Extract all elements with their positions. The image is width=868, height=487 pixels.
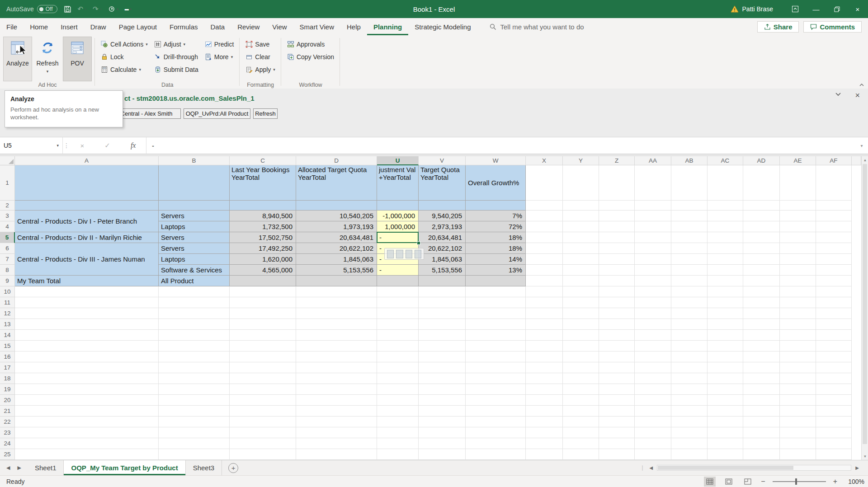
comments-button[interactable]: Comments [803,21,862,33]
cell-AE5[interactable] [780,232,816,243]
cell-AB21[interactable] [671,406,708,417]
cell-C19[interactable] [230,384,296,395]
clear-format-button[interactable]: Clear [243,51,278,63]
cell-W13[interactable] [466,319,526,330]
row-header-15[interactable]: 15 [0,341,15,351]
cell-AA24[interactable] [635,438,671,449]
cell-D22[interactable] [296,417,377,427]
cell-V13[interactable] [419,319,466,330]
cell-Y22[interactable] [563,417,599,427]
submit-data-button[interactable]: Submit Data [152,63,201,75]
cell-AE23[interactable] [780,427,816,438]
cell-D16[interactable] [296,351,377,362]
cell-Y3[interactable] [563,211,599,221]
cell-V4[interactable]: 2,973,193 [419,221,466,232]
cell-X17[interactable] [526,362,563,373]
cell-AB16[interactable] [671,351,708,362]
cell-Z18[interactable] [599,373,635,384]
cell-B9[interactable]: All Product [159,276,230,286]
cell-AD8[interactable] [743,265,780,276]
cell-D5[interactable]: 20,634,481 [296,232,377,243]
cell-A10[interactable] [15,286,159,297]
close-panel-icon[interactable]: × [855,92,860,98]
cell-AC7[interactable] [708,254,743,265]
cell-V1[interactable]: Target QuotaYearTotal [419,165,466,201]
cell-AA4[interactable] [635,221,671,232]
cancel-icon[interactable]: × [80,142,85,150]
insert-function-icon[interactable]: fx [131,141,136,150]
cell-Z3[interactable] [599,211,635,221]
cell-AE7[interactable] [780,254,816,265]
cell-Y13[interactable] [563,319,599,330]
minimize-button[interactable]: — [806,0,826,18]
restore-button[interactable] [826,0,847,18]
cell-Z12[interactable] [599,308,635,319]
column-header-AD[interactable]: AD [743,156,780,165]
cell-Z23[interactable] [599,427,635,438]
cell-AA14[interactable] [635,330,671,341]
scrollbar-grip[interactable]: ⋮ [640,464,646,471]
pov-button[interactable]: POV [63,37,91,81]
cell-AE21[interactable] [780,406,816,417]
vertical-scrollbar[interactable]: ▲ ▼ [861,156,868,460]
cell-AA21[interactable] [635,406,671,417]
cell-A18[interactable] [15,373,159,384]
cell-AF5[interactable] [816,232,852,243]
cell-AD18[interactable] [743,373,780,384]
cell-AD7[interactable] [743,254,780,265]
cell-AE3[interactable] [780,211,816,221]
cell-W19[interactable] [466,384,526,395]
cell-B17[interactable] [159,362,230,373]
cell-Z10[interactable] [599,286,635,297]
cell-X8[interactable] [526,265,563,276]
zoom-out-icon[interactable]: − [761,478,765,486]
cell-U21[interactable] [377,406,419,417]
cell-Z5[interactable] [599,232,635,243]
cell-B21[interactable] [159,406,230,417]
row-header-6[interactable]: 6 [0,243,15,254]
cell-Z8[interactable] [599,265,635,276]
cell-AD4[interactable] [743,221,780,232]
cell-W8[interactable]: 13% [466,265,526,276]
cell-V5[interactable]: 20,634,481 [419,232,466,243]
row-header-7[interactable]: 7 [0,254,15,265]
cell-C8[interactable]: 4,565,000 [230,265,296,276]
cell-U2[interactable] [377,201,419,211]
cell-U11[interactable] [377,297,419,308]
cell-W12[interactable] [466,308,526,319]
cell-B6[interactable]: Servers [159,243,230,254]
cell-B25[interactable] [159,449,230,460]
cell-Z19[interactable] [599,384,635,395]
cell-C25[interactable] [230,449,296,460]
cell-X24[interactable] [526,438,563,449]
cell-W18[interactable] [466,373,526,384]
cell-X25[interactable] [526,449,563,460]
cell-D19[interactable] [296,384,377,395]
cell-C21[interactable] [230,406,296,417]
cell-C18[interactable] [230,373,296,384]
cell-D7[interactable]: 1,845,063 [296,254,377,265]
cell-AA9[interactable] [635,276,671,286]
cell-Y7[interactable] [563,254,599,265]
tab-planning[interactable]: Planning [367,18,408,35]
cell-C17[interactable] [230,362,296,373]
cell-AC9[interactable] [708,276,743,286]
column-header-U[interactable]: U [377,156,419,165]
cell-V7[interactable]: 1,845,063 [419,254,466,265]
cell-AC12[interactable] [708,308,743,319]
cell-B12[interactable] [159,308,230,319]
cell-W16[interactable] [466,351,526,362]
cell-X10[interactable] [526,286,563,297]
cell-AC1[interactable] [708,165,743,201]
cell-D1[interactable]: Allocated Target QuotaYearTotal [296,165,377,201]
cell-X22[interactable] [526,417,563,427]
cell-U14[interactable] [377,330,419,341]
column-header-Z[interactable]: Z [599,156,635,165]
cell-AC20[interactable] [708,395,743,406]
row-header-4[interactable]: 4 [0,221,15,232]
cell-Z21[interactable] [599,406,635,417]
cell-W20[interactable] [466,395,526,406]
cell-Y1[interactable] [563,165,599,201]
cell-AB11[interactable] [671,297,708,308]
row-header-23[interactable]: 23 [0,427,15,438]
